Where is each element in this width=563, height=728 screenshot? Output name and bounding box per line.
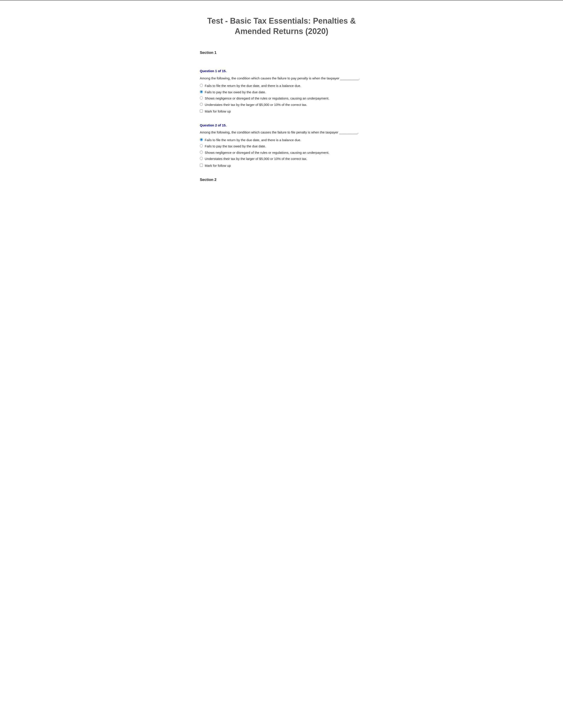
- question-2-radio-c[interactable]: [200, 151, 203, 154]
- question-1-label: Question 1 of 15.: [200, 69, 363, 74]
- section-2: Section 2: [200, 177, 363, 183]
- question-2-followup-label: Mark for follow up: [205, 163, 231, 168]
- question-1-option-c: Shows negligence or disregard of the rul…: [200, 96, 363, 101]
- question-1-followup-label: Mark for follow up: [205, 109, 231, 114]
- question-1-option-d-label: Understates their tax by the larger of $…: [205, 102, 307, 107]
- question-2-followup-checkbox[interactable]: [200, 164, 203, 167]
- question-1-followup: Mark for follow up: [200, 109, 363, 114]
- question-2-followup: Mark for follow up: [200, 163, 363, 168]
- question-2-option-a-label: Fails to file the return by the due date…: [205, 138, 301, 143]
- section-1: Section 1 Question 1 of 15. Among the fo…: [200, 50, 363, 168]
- question-1-option-d: Understates their tax by the larger of $…: [200, 102, 363, 107]
- page-container: Test - Basic Tax Essentials: Penalties &…: [186, 0, 377, 196]
- question-2-option-b: Fails to pay the tax owed by the due dat…: [200, 144, 363, 149]
- question-2-radio-d[interactable]: [200, 157, 203, 160]
- question-2-option-c: Shows negligence or disregard of the rul…: [200, 150, 363, 155]
- question-2-option-d-label: Understates their tax by the larger of $…: [205, 156, 307, 161]
- question-1-block: Question 1 of 15. Among the following, t…: [200, 69, 363, 114]
- question-1-radio-a[interactable]: [200, 84, 203, 87]
- question-1-radio-c[interactable]: [200, 96, 203, 99]
- section-2-heading: Section 2: [200, 177, 363, 183]
- question-2-label: Question 2 of 15.: [200, 123, 363, 128]
- question-2-block: Question 2 of 15. Among the following, t…: [200, 123, 363, 168]
- question-1-text: Among the following, the condition which…: [200, 76, 363, 81]
- question-2-radio-b[interactable]: [200, 144, 203, 147]
- question-2-option-d: Understates their tax by the larger of $…: [200, 156, 363, 161]
- question-2-text: Among the following, the condition which…: [200, 130, 363, 135]
- question-1-radio-b[interactable]: [200, 90, 203, 93]
- page-title: Test - Basic Tax Essentials: Penalties &…: [200, 16, 363, 37]
- question-1-option-a-label: Fails to file the return by the due date…: [205, 83, 301, 88]
- question-1-followup-checkbox[interactable]: [200, 109, 203, 113]
- question-2-option-a: Fails to file the return by the due date…: [200, 138, 363, 143]
- question-1-radio-d[interactable]: [200, 103, 203, 106]
- question-2-option-b-label: Fails to pay the tax owed by the due dat…: [205, 144, 266, 149]
- question-1-option-a: Fails to file the return by the due date…: [200, 83, 363, 88]
- question-2-option-c-label: Shows negligence or disregard of the rul…: [205, 150, 330, 155]
- question-1-option-c-label: Shows negligence or disregard of the rul…: [205, 96, 330, 101]
- question-1-option-b: Fails to pay the tax owed by the due dat…: [200, 90, 363, 95]
- question-1-option-b-label: Fails to pay the tax owed by the due dat…: [205, 90, 266, 95]
- section-1-heading: Section 1: [200, 50, 363, 56]
- question-2-radio-a[interactable]: [200, 138, 203, 141]
